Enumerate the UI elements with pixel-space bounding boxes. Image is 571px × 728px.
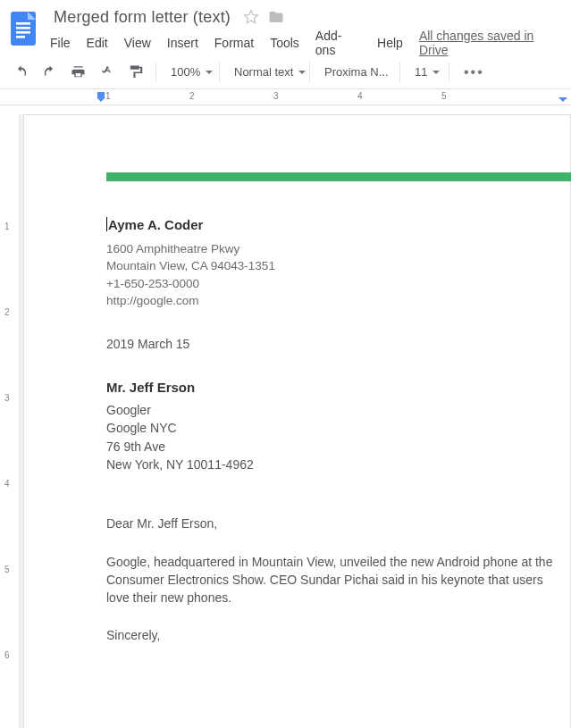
ruler-number: 4: [357, 91, 363, 101]
letter-body[interactable]: Ayme A. Coder 1600 Amphitheatre Pkwy Mou…: [106, 215, 570, 728]
document-title[interactable]: Merged form letter (text): [50, 6, 234, 29]
save-status[interactable]: All changes saved in Drive: [419, 29, 564, 57]
docs-logo-icon[interactable]: [7, 9, 39, 48]
toolbar-separator: [449, 63, 449, 82]
recipient-org: Google NYC: [106, 419, 556, 437]
star-icon[interactable]: [243, 9, 259, 25]
letter-date: 2019 March 15: [106, 335, 556, 353]
ruler-number: 2: [189, 91, 195, 101]
paint-format-button[interactable]: [123, 61, 147, 84]
menu-insert[interactable]: Insert: [167, 36, 198, 50]
recipient-name: Mr. Jeff Erson: [106, 378, 556, 397]
recipient-cityline: New York, NY 10011-4962: [106, 456, 556, 473]
font-family-value: Proxima N...: [324, 65, 389, 79]
sender-name: Ayme A. Coder: [106, 215, 556, 235]
horizontal-ruler[interactable]: 1 2 3 4 5: [0, 89, 571, 105]
right-indent-marker[interactable]: [558, 97, 567, 105]
vruler-number: 4: [4, 479, 10, 489]
recipient-street: 76 9th Ave: [106, 438, 556, 456]
undo-button[interactable]: [9, 61, 32, 84]
menu-addons[interactable]: Add-ons: [315, 29, 361, 57]
svg-rect-1: [16, 22, 30, 25]
ruler-number: 1: [105, 91, 111, 101]
sender-phone: +1-650-253-0000: [106, 275, 556, 293]
zoom-select[interactable]: 100%: [165, 61, 210, 84]
spellcheck-button[interactable]: [95, 61, 118, 84]
title-bar: Merged form letter (text) File Edit View…: [0, 0, 571, 55]
menu-help[interactable]: Help: [377, 36, 403, 50]
print-button[interactable]: [66, 61, 89, 84]
toolbar-separator: [309, 63, 310, 82]
redo-button[interactable]: [38, 61, 61, 84]
vertical-ruler[interactable]: 1 2 3 4 5 6: [0, 114, 20, 728]
vruler-number: 3: [4, 393, 10, 403]
vruler-number: 5: [4, 565, 10, 574]
toolbar-more-button[interactable]: •••: [458, 64, 490, 80]
letter-paragraph: Google, headquartered in Mountain View, …: [106, 553, 556, 607]
paragraph-style-value: Normal text: [234, 65, 293, 79]
vruler-number: 6: [4, 650, 10, 660]
toolbar-separator: [399, 63, 400, 82]
font-family-select[interactable]: Proxima N...: [319, 61, 390, 84]
menu-tools[interactable]: Tools: [270, 36, 299, 50]
left-indent-marker[interactable]: [97, 97, 105, 105]
salutation: Dear Mr. Jeff Erson,: [106, 515, 556, 532]
sender-street: 1600 Amphitheatre Pkwy: [106, 240, 556, 258]
font-size-value: 11: [415, 65, 427, 79]
paragraph-style-select[interactable]: Normal text: [229, 61, 300, 84]
ruler-number: 5: [441, 91, 447, 101]
toolbar: 100% Normal text Proxima N... 11 •••: [0, 55, 571, 89]
toolbar-separator: [155, 63, 156, 82]
document-canvas: 1 2 3 4 5 6 Ayme A. Coder 1600 Amphithea…: [0, 114, 571, 728]
zoom-value: 100%: [171, 65, 200, 79]
sender-url: http://google.com: [106, 292, 556, 310]
sender-cityline: Mountain View, CA 94043-1351: [106, 257, 556, 275]
svg-rect-2: [16, 27, 30, 29]
menu-file[interactable]: File: [50, 36, 71, 50]
ruler-number: 3: [273, 91, 279, 101]
folder-icon[interactable]: [268, 9, 284, 25]
svg-rect-4: [16, 36, 25, 38]
document-page[interactable]: Ayme A. Coder 1600 Amphitheatre Pkwy Mou…: [23, 114, 571, 728]
menu-bar: File Edit View Insert Format Tools Add-o…: [50, 30, 564, 55]
menu-format[interactable]: Format: [214, 36, 254, 50]
closing: Sincerely,: [106, 626, 556, 644]
menu-edit[interactable]: Edit: [87, 36, 108, 50]
vruler-number: 1: [4, 222, 10, 231]
menu-view[interactable]: View: [124, 36, 151, 50]
recipient-block: Mr. Jeff Erson Googler Google NYC 76 9th…: [106, 378, 556, 473]
svg-rect-3: [16, 31, 30, 34]
toolbar-separator: [219, 63, 220, 82]
accent-bar: [106, 172, 571, 181]
font-size-select[interactable]: 11: [409, 61, 440, 84]
text-cursor: [106, 217, 107, 231]
vruler-number: 2: [4, 307, 10, 317]
recipient-title: Googler: [106, 401, 556, 419]
